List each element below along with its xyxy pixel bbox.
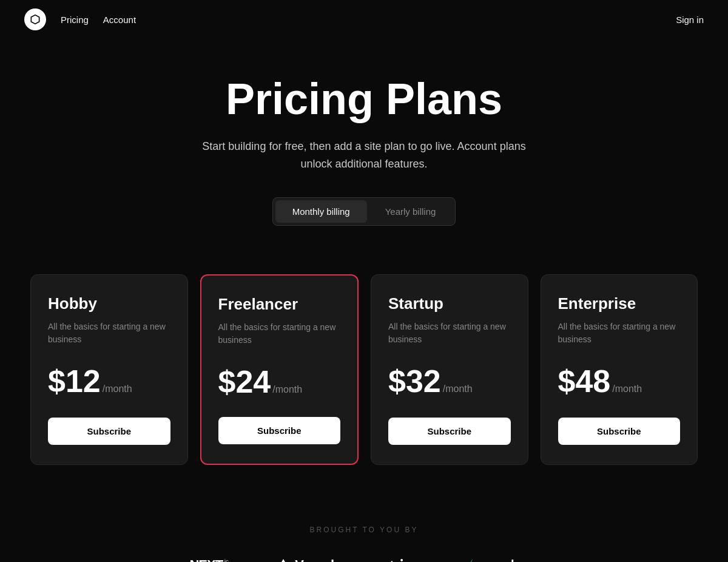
supabase-logo: supabase: [465, 558, 538, 562]
stripe-logo: stripe: [383, 556, 417, 562]
price-period: /month: [103, 384, 132, 394]
logo[interactable]: [24, 8, 46, 30]
vercel-triangle-icon: [277, 559, 290, 562]
plan-name: Enterprise: [558, 294, 681, 313]
hero-section: Pricing Plans Start building for free, t…: [0, 39, 728, 250]
vercel-logo: Vercel: [277, 557, 334, 562]
pricing-section: Hobby All the basics for starting a new …: [0, 250, 728, 501]
plan-price: $48 /month: [558, 365, 681, 397]
monthly-billing-button[interactable]: Monthly billing: [275, 200, 367, 223]
plan-price: $32 /month: [388, 365, 511, 397]
subscribe-button[interactable]: Subscribe: [48, 418, 170, 445]
plan-name: Hobby: [48, 294, 170, 313]
plan-desc: All the basics for starting a new busine…: [48, 320, 170, 346]
pricing-card-freelancer: Freelancer All the basics for starting a…: [200, 274, 359, 465]
subscribe-button[interactable]: Subscribe: [558, 418, 681, 445]
price-amount: $32: [388, 365, 441, 397]
nav-account[interactable]: Account: [103, 15, 136, 25]
plan-price: $24 /month: [218, 366, 341, 398]
plan-desc: All the basics for starting a new busine…: [388, 320, 511, 346]
plan-name: Startup: [388, 294, 511, 313]
nav-links: Pricing Account: [61, 15, 136, 25]
plan-desc: All the basics for starting a new busine…: [558, 320, 681, 346]
footer-label: Brought to you by: [12, 526, 716, 534]
footer: Brought to you by NEXT.js Vercel stripe …: [0, 501, 728, 562]
navbar: Pricing Account Sign in: [0, 0, 728, 39]
price-period: /month: [443, 384, 473, 394]
supabase-bolt-icon: [465, 559, 477, 562]
plan-price: $12 /month: [48, 365, 170, 397]
nav-pricing[interactable]: Pricing: [61, 15, 89, 25]
footer-logos: NEXT.js Vercel stripe supabase: [12, 556, 716, 562]
billing-toggle: Monthly billing Yearly billing: [272, 197, 456, 226]
subscribe-button[interactable]: Subscribe: [218, 417, 341, 444]
price-amount: $24: [218, 366, 271, 398]
nextjs-logo: NEXT.js: [189, 557, 228, 562]
yearly-billing-button[interactable]: Yearly billing: [368, 200, 453, 223]
price-amount: $12: [48, 365, 101, 397]
price-period: /month: [612, 384, 642, 394]
pricing-card-startup: Startup All the basics for starting a ne…: [371, 274, 528, 465]
plan-desc: All the basics for starting a new busine…: [218, 321, 341, 347]
page-title: Pricing Plans: [12, 75, 716, 123]
signin-link[interactable]: Sign in: [676, 15, 704, 25]
subscribe-button[interactable]: Subscribe: [388, 418, 511, 445]
hero-subtitle: Start building for free, then add a site…: [194, 138, 534, 173]
price-amount: $48: [558, 365, 611, 397]
pricing-card-enterprise: Enterprise All the basics for starting a…: [541, 274, 698, 465]
plan-name: Freelancer: [218, 295, 341, 314]
price-period: /month: [272, 384, 302, 395]
pricing-card-hobby: Hobby All the basics for starting a new …: [30, 274, 188, 465]
